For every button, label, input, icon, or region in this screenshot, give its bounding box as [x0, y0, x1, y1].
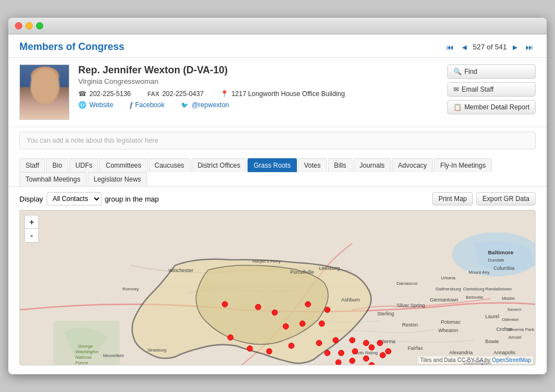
website-link[interactable]: Website	[89, 101, 113, 109]
svg-text:Harper's Ferry: Harper's Ferry	[253, 259, 281, 264]
note-field[interactable]: You can add a note about this legislator…	[19, 132, 536, 149]
svg-point-64	[350, 338, 355, 343]
tab-committees[interactable]: Committees	[99, 158, 147, 172]
minimize-button[interactable]	[26, 22, 33, 29]
phone-icon	[78, 90, 87, 98]
svg-text:Severn: Severn	[507, 307, 521, 312]
fax-label: FAX	[148, 91, 159, 97]
svg-point-62	[316, 340, 322, 346]
tab-bio[interactable]: Bio	[46, 158, 68, 172]
svg-point-65	[364, 340, 369, 346]
svg-point-60	[266, 349, 272, 354]
close-button[interactable]	[15, 22, 22, 29]
svg-point-72	[336, 360, 341, 365]
svg-text:Wheaton: Wheaton	[438, 328, 458, 333]
first-page-button[interactable]: ⏮	[444, 42, 456, 53]
location-icon	[220, 90, 229, 98]
svg-text:Odenton: Odenton	[502, 317, 519, 322]
tab-journals[interactable]: Journals	[354, 158, 391, 172]
svg-text:Gaithersburg: Gaithersburg	[435, 287, 461, 292]
svg-text:Annapolis: Annapolis	[493, 350, 516, 355]
svg-point-67	[339, 350, 344, 356]
tab-fly-in[interactable]: Fly-In Meetings	[434, 158, 492, 172]
svg-text:Severna Park: Severna Park	[507, 327, 534, 332]
svg-text:Bowie: Bowie	[485, 339, 498, 344]
svg-point-57	[319, 321, 325, 326]
next-page-button[interactable]: ►	[509, 42, 521, 53]
twitter-item[interactable]: @repwexton	[181, 100, 229, 109]
note-placeholder: You can add a note about this legislator…	[27, 137, 158, 144]
main-content: Members of Congress ⏮ ◄ 527 of 541 ► ⏭ R…	[8, 34, 547, 374]
tabs-bar: StaffBioUDFsCommitteesCaucusesDistrict O…	[8, 154, 547, 187]
map-toolbar-left: Display All Contacts group in the map	[19, 192, 159, 205]
tab-townhall[interactable]: Townhall Meetings	[19, 172, 87, 186]
pagination-text: 527 of 541	[473, 43, 507, 51]
svg-point-55	[283, 324, 289, 329]
prev-page-button[interactable]: ◄	[458, 42, 471, 53]
facebook-item[interactable]: Facebook	[130, 100, 164, 109]
maximize-button[interactable]	[36, 22, 43, 29]
member-contact-row-1: 202-225-5136 FAX 202-225-0437 1217 Longw…	[78, 90, 438, 98]
email-icon: ✉	[453, 86, 459, 93]
map-attribution: Tiles and Data CC-BY-SA by OpenStreetMap	[418, 356, 533, 364]
svg-text:Arnold: Arnold	[508, 335, 521, 340]
svg-text:Front Royal: Front Royal	[153, 364, 175, 365]
svg-text:Potomac: Potomac	[441, 319, 461, 325]
svg-text:Alexandria: Alexandria	[449, 350, 472, 355]
facebook-link[interactable]: Facebook	[135, 101, 164, 109]
zoom-in-button[interactable]: +	[25, 215, 38, 229]
svg-point-54	[325, 307, 330, 313]
title-bar	[8, 18, 547, 34]
member-photo	[19, 64, 69, 120]
svg-text:Forest: Forest	[75, 360, 88, 365]
find-button[interactable]: 🔍 Find	[447, 64, 536, 79]
tab-staff[interactable]: Staff	[19, 158, 45, 172]
openstreetmap-link[interactable]: OpenStreetMap	[492, 357, 531, 363]
tab-caucuses[interactable]: Caucuses	[149, 158, 190, 172]
pagination-controls: ⏮ ◄ 527 of 541 ► ⏭	[444, 42, 536, 53]
tab-bills[interactable]: Bills	[328, 158, 352, 172]
twitter-link[interactable]: @repwexton	[191, 101, 229, 109]
website-item[interactable]: Website	[78, 100, 113, 109]
zoom-out-button[interactable]: -	[25, 229, 38, 242]
map-svg: Winchester Romney Purcellville Leesburg …	[20, 210, 535, 365]
export-gr-button[interactable]: Export GR Data	[476, 192, 536, 205]
map-toolbar-right: Print Map Export GR Data	[432, 192, 536, 205]
map-container[interactable]: Winchester Romney Purcellville Leesburg …	[19, 210, 536, 365]
svg-text:Dundalk: Dundalk	[488, 258, 504, 263]
tab-votes[interactable]: Votes	[298, 158, 327, 172]
svg-text:Leesburg: Leesburg	[319, 265, 340, 271]
svg-text:Purcellville: Purcellville	[290, 269, 314, 275]
svg-point-51	[255, 304, 261, 310]
member-address: 1217 Longworth House Office Building	[231, 90, 345, 98]
tab-legislator-news[interactable]: Legislator News	[88, 172, 147, 186]
svg-text:Washington: Washington	[75, 349, 99, 354]
svg-text:Randallstown: Randallstown	[485, 287, 512, 292]
page-header: Members of Congress ⏮ ◄ 527 of 541 ► ⏭	[8, 34, 547, 58]
svg-point-61	[289, 343, 294, 349]
svg-point-52	[272, 310, 278, 315]
svg-point-68	[352, 349, 358, 354]
page-title: Members of Congress	[19, 41, 124, 53]
svg-point-71	[386, 349, 391, 354]
action-buttons: 🔍 Find ✉ Email Staff 📋 Member Detail Rep…	[447, 64, 536, 120]
svg-text:Laurel: Laurel	[485, 314, 499, 319]
last-page-button[interactable]: ⏭	[523, 42, 536, 53]
svg-point-58	[228, 335, 233, 340]
svg-text:Damascus: Damascus	[397, 281, 418, 286]
map-toolbar: Display All Contacts group in the map Pr…	[19, 192, 536, 205]
tab-advocacy[interactable]: Advocacy	[392, 158, 433, 172]
tab-udfs[interactable]: UDFs	[69, 158, 99, 172]
display-select[interactable]: All Contacts	[47, 192, 102, 205]
svg-text:National: National	[75, 355, 92, 360]
tab-grass-roots[interactable]: Grass Roots	[248, 158, 297, 172]
app-window: Members of Congress ⏮ ◄ 527 of 541 ► ⏭ R…	[8, 18, 547, 374]
member-detail-button[interactable]: 📋 Member Detail Report	[447, 100, 536, 114]
svg-point-70	[377, 340, 383, 346]
email-staff-button[interactable]: ✉ Email Staff	[447, 82, 536, 97]
print-map-button[interactable]: Print Map	[432, 192, 473, 205]
member-details: Rep. Jennifer Wexton (D-VA-10) Virginia …	[78, 64, 438, 120]
facebook-icon	[130, 100, 132, 109]
tab-district-offices[interactable]: District Offices	[191, 158, 246, 172]
svg-text:Romney: Romney	[123, 287, 139, 292]
